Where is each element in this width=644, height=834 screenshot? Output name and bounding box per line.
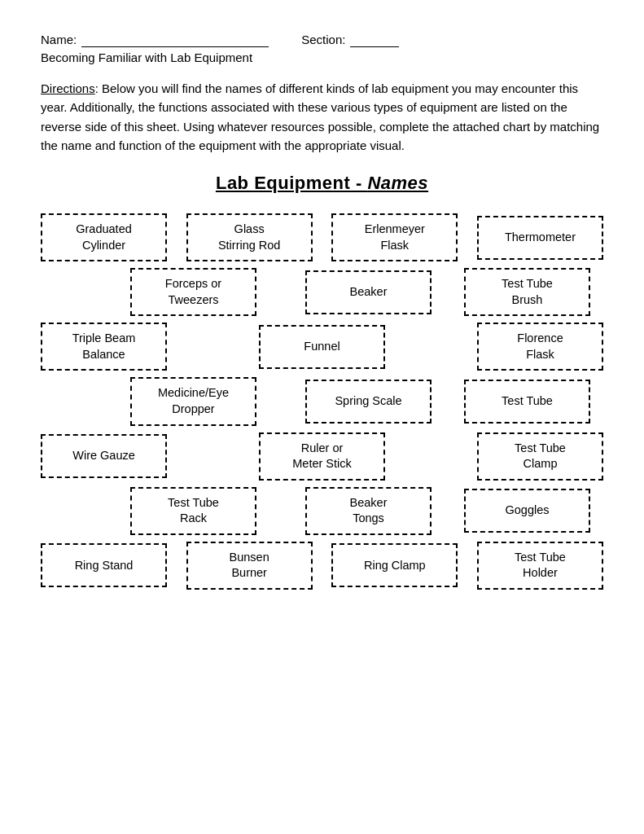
row-4: Medicine/EyeDropper Spring Scale Test Tu… [41,377,603,425]
row-6: Test TubeRack BeakerTongs Goggles [41,487,603,535]
cell-erlenmeyer-flask: ErlenmeyerFlask [331,213,458,261]
cell-thermometer: Thermometer [477,216,603,260]
title-part2: Names [367,173,428,193]
cell-medicine-eye-dropper: Medicine/EyeDropper [130,377,256,425]
cell-funnel: Funnel [259,325,385,369]
row-5: Wire Gauze Ruler orMeter Stick Test Tube… [41,432,603,481]
cell-wire-gauze: Wire Gauze [41,434,167,478]
cell-test-tube: Test Tube [464,380,590,424]
cell-ruler-meter-stick: Ruler orMeter Stick [259,432,385,481]
cell-test-tube-brush: Test TubeBrush [464,268,590,316]
row-7: Ring Stand BunsenBurner Ring Clamp Test … [41,542,603,590]
cell-test-tube-rack: Test TubeRack [130,487,256,535]
directions-text: Directions: Below you will find the name… [41,79,603,155]
name-label: Name: [41,33,77,46]
cell-test-tube-holder: Test TubeHolder [477,542,603,590]
cell-bunsen-burner: BunsenBurner [186,542,313,590]
cell-ring-clamp: Ring Clamp [331,543,458,587]
name-field: Name: [41,33,269,47]
subtitle: Becoming Familiar with Lab Equipment [41,50,603,64]
lab-equipment-grid: GraduatedCylinder GlassStirring Rod Erle… [41,213,603,590]
section-label: Section: [301,33,345,46]
cell-graduated-cylinder: GraduatedCylinder [41,213,167,261]
section-field: Section: [301,33,399,47]
cell-goggles: Goggles [464,489,590,533]
cell-test-tube-clamp: Test TubeClamp [477,432,603,481]
cell-florence-flask: FlorenceFlask [477,323,603,371]
cell-forceps-tweezers: Forceps orTweezers [130,268,256,316]
name-underline [81,33,269,47]
cell-triple-beam-balance: Triple BeamBalance [41,323,167,371]
cell-spring-scale: Spring Scale [305,380,432,424]
cell-beaker: Beaker [305,270,432,314]
cell-beaker-tongs: BeakerTongs [305,487,432,535]
header: Name: Section: Becoming Familiar with La… [41,33,603,64]
title-part1: Lab Equipment - [216,173,367,193]
row-1: GraduatedCylinder GlassStirring Rod Erle… [41,213,603,261]
section-underline [350,33,399,47]
row-2: Forceps orTweezers Beaker Test TubeBrush [41,268,603,316]
row-3: Triple BeamBalance Funnel FlorenceFlask [41,323,603,371]
directions-label: Directions [41,81,95,95]
page-title: Lab Equipment - Names [41,173,603,194]
cell-glass-stirring-rod: GlassStirring Rod [186,213,313,261]
cell-ring-stand: Ring Stand [41,543,167,587]
directions-body: : Below you will find the names of diffe… [41,81,599,152]
